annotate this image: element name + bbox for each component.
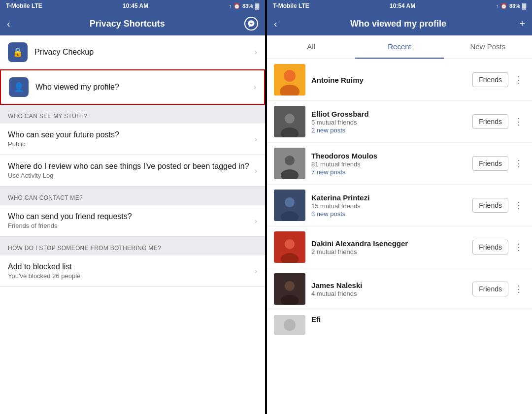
- divider-3: [0, 237, 265, 241]
- more-options-icon[interactable]: ⋮: [512, 282, 525, 296]
- review-posts-subtitle: Use Activity Log: [8, 172, 255, 179]
- messenger-icon[interactable]: [244, 17, 258, 31]
- right-status-bar: T-Mobile LTE 10:54 AM ↑ ⏰ 83% ▓: [267, 0, 532, 12]
- person-item[interactable]: Elliot Grossbard 5 mutual friends 2 new …: [267, 101, 532, 143]
- left-time: 10:45 AM: [123, 2, 148, 9]
- more-options-icon[interactable]: ⋮: [512, 72, 525, 87]
- left-location-icon: ↑: [229, 3, 232, 9]
- svg-point-10: [285, 197, 295, 207]
- who-viewed-item[interactable]: 👤 Who viewed my profile? ›: [0, 69, 265, 105]
- person-item[interactable]: Katerina Printezi 15 mutual friends 3 ne…: [267, 185, 532, 226]
- person-name: Dakini Alexandra Isenegger: [311, 239, 472, 248]
- right-nav-title: Who viewed my profile: [277, 19, 520, 29]
- blocked-list-label: Add to blocked list: [8, 262, 255, 271]
- tab-bar: All Recent New Posts: [267, 35, 532, 59]
- right-status-right: ↑ ⏰ 83% ▓: [496, 3, 526, 9]
- review-posts-item[interactable]: Where do I review who can see things I'v…: [0, 155, 265, 187]
- svg-point-19: [284, 319, 296, 331]
- left-battery: 83%: [242, 3, 253, 9]
- blocked-list-item[interactable]: Add to blocked list You've blocked 26 pe…: [0, 255, 265, 287]
- right-battery: 83%: [509, 3, 520, 9]
- svg-point-1: [284, 70, 296, 82]
- person-item[interactable]: Antoine Ruimy Friends ⋮: [267, 59, 532, 101]
- friend-requests-subtitle: Friends of friends: [8, 222, 255, 229]
- tab-all[interactable]: All: [267, 35, 355, 59]
- review-posts-label: Where do I review who can see things I'v…: [8, 162, 255, 171]
- person-mutual: 5 mutual friends: [311, 119, 472, 126]
- section-header-stop: HOW DO I STOP SOMEONE FROM BOTHERING ME?: [0, 241, 265, 255]
- left-carrier: T-Mobile LTE: [6, 2, 42, 9]
- more-options-icon[interactable]: ⋮: [512, 198, 525, 213]
- right-location-icon: ↑: [496, 3, 499, 9]
- friends-button[interactable]: Friends: [472, 282, 508, 296]
- left-nav-title: Privacy Shortcuts: [10, 19, 244, 29]
- friends-button[interactable]: Friends: [472, 114, 508, 129]
- friends-button[interactable]: Friends: [472, 156, 508, 171]
- section-header-see: WHO CAN SEE MY STUFF?: [0, 109, 265, 124]
- friends-button[interactable]: Friends: [472, 240, 508, 255]
- person-info: Theodoros Moulos 81 mutual friends 7 new…: [311, 152, 472, 176]
- friend-requests-item[interactable]: Who can send you friend requests? Friend…: [0, 205, 265, 237]
- tab-recent[interactable]: Recent: [355, 35, 443, 59]
- person-posts: 2 new posts: [311, 127, 472, 134]
- friends-button[interactable]: Friends: [472, 72, 508, 87]
- person-item[interactable]: Dakini Alexandra Isenegger 2 mutual frie…: [267, 226, 532, 268]
- future-posts-item[interactable]: Who can see your future posts? Public ›: [0, 124, 265, 155]
- person-list: Antoine Ruimy Friends ⋮ Elliot Grossbard…: [267, 59, 532, 414]
- person-item[interactable]: Theodoros Moulos 81 mutual friends 7 new…: [267, 143, 532, 185]
- right-time: 10:54 AM: [390, 2, 415, 9]
- person-info: Katerina Printezi 15 mutual friends 3 ne…: [311, 193, 472, 218]
- person-name: Efi: [311, 315, 525, 323]
- right-add-button[interactable]: +: [519, 18, 525, 30]
- right-alarm-icon: ⏰: [500, 3, 507, 9]
- privacy-checkup-item[interactable]: 🔒 Privacy Checkup ›: [0, 35, 265, 69]
- friend-requests-chevron: ›: [255, 217, 257, 225]
- right-nav-bar: ‹ Who viewed my profile +: [267, 12, 532, 35]
- avatar: [274, 231, 305, 263]
- person-info: Dakini Alexandra Isenegger 2 mutual frie…: [311, 239, 472, 255]
- person-name: Elliot Grossbard: [311, 110, 472, 118]
- review-posts-chevron: ›: [255, 166, 257, 175]
- left-back-button[interactable]: ‹: [7, 18, 10, 30]
- avatar: [274, 190, 305, 221]
- more-options-icon[interactable]: ⋮: [512, 240, 525, 255]
- future-posts-label: Who can see your future posts?: [8, 130, 255, 139]
- person-name: Katerina Printezi: [311, 193, 472, 202]
- person-posts: 3 new posts: [311, 210, 472, 218]
- person-item-partial[interactable]: Efi: [267, 310, 532, 340]
- person-info: Elliot Grossbard 5 mutual friends 2 new …: [311, 110, 472, 134]
- right-battery-icon: ▓: [522, 3, 526, 9]
- avatar: [274, 315, 305, 335]
- who-viewed-chevron: ›: [254, 83, 256, 92]
- avatar: [274, 64, 305, 96]
- person-name: James Naleski: [311, 281, 472, 289]
- tab-new-posts[interactable]: New Posts: [444, 35, 532, 59]
- friends-button[interactable]: Friends: [472, 198, 508, 213]
- privacy-checkup-icon: 🔒: [8, 42, 28, 62]
- person-name: Antoine Ruimy: [311, 76, 472, 84]
- more-options-icon[interactable]: ⋮: [512, 114, 525, 129]
- left-panel: T-Mobile LTE 10:45 AM ↑ ⏰ 83% ▓ ‹ Privac…: [0, 0, 265, 414]
- person-mutual: 2 mutual friends: [311, 248, 472, 255]
- right-panel: T-Mobile LTE 10:54 AM ↑ ⏰ 83% ▓ ‹ Who vi…: [267, 0, 532, 414]
- privacy-checkup-label: Privacy Checkup: [34, 48, 255, 57]
- avatar: [274, 106, 305, 137]
- divider-1: [0, 105, 265, 109]
- svg-point-7: [285, 156, 295, 165]
- more-options-icon[interactable]: ⋮: [512, 156, 525, 171]
- avatar: [274, 148, 305, 179]
- person-mutual: 15 mutual friends: [311, 202, 472, 210]
- right-back-button[interactable]: ‹: [274, 18, 277, 30]
- svg-point-4: [285, 114, 295, 124]
- avatar: [274, 273, 305, 305]
- person-info: Antoine Ruimy: [311, 76, 472, 84]
- left-nav-bar: ‹ Privacy Shortcuts: [0, 12, 265, 35]
- privacy-checkup-chevron: ›: [255, 48, 257, 57]
- person-item[interactable]: James Naleski 4 mutual friends Friends ⋮: [267, 268, 532, 310]
- left-status-right: ↑ ⏰ 83% ▓: [229, 3, 259, 9]
- left-battery-icon: ▓: [255, 3, 259, 9]
- svg-point-13: [285, 239, 295, 249]
- section-header-contact: WHO CAN CONTACT ME?: [0, 191, 265, 205]
- who-viewed-label: Who viewed my profile?: [35, 83, 254, 92]
- person-info: James Naleski 4 mutual friends: [311, 281, 472, 297]
